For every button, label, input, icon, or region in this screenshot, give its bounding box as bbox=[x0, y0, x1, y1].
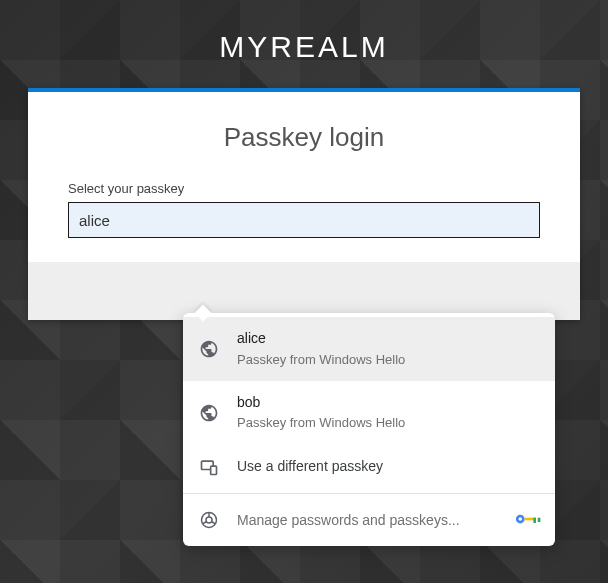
svg-rect-1 bbox=[211, 466, 217, 474]
different-passkey-label: Use a different passkey bbox=[237, 457, 539, 477]
svg-rect-11 bbox=[538, 517, 541, 521]
manage-passwords[interactable]: Manage passwords and passkeys... bbox=[183, 498, 555, 542]
passkey-dropdown: alice Passkey from Windows Hello bob Pas… bbox=[183, 313, 555, 546]
key-icon bbox=[515, 512, 539, 528]
passkey-option-bob[interactable]: bob Passkey from Windows Hello bbox=[183, 381, 555, 445]
svg-point-8 bbox=[519, 517, 523, 521]
device-icon bbox=[199, 457, 219, 477]
globe-icon bbox=[199, 403, 219, 423]
option-subtitle: Passkey from Windows Hello bbox=[237, 351, 539, 369]
realm-title: MYREALM bbox=[0, 0, 608, 88]
option-title: bob bbox=[237, 393, 539, 413]
passkey-option-alice[interactable]: alice Passkey from Windows Hello bbox=[183, 317, 555, 381]
option-subtitle: Passkey from Windows Hello bbox=[237, 414, 539, 432]
card-footer bbox=[28, 262, 580, 320]
passkey-field-label: Select your passkey bbox=[68, 181, 540, 196]
use-different-passkey[interactable]: Use a different passkey bbox=[183, 445, 555, 489]
passkey-input[interactable] bbox=[68, 202, 540, 238]
dropdown-divider bbox=[183, 493, 555, 494]
manage-label: Manage passwords and passkeys... bbox=[237, 512, 515, 528]
svg-line-6 bbox=[211, 521, 215, 523]
chrome-icon bbox=[199, 510, 219, 530]
card-title: Passkey login bbox=[68, 122, 540, 153]
login-card: Passkey login Select your passkey bbox=[28, 88, 580, 320]
option-title: alice bbox=[237, 329, 539, 349]
svg-line-5 bbox=[203, 521, 207, 523]
globe-icon bbox=[199, 339, 219, 359]
svg-rect-10 bbox=[533, 517, 536, 522]
